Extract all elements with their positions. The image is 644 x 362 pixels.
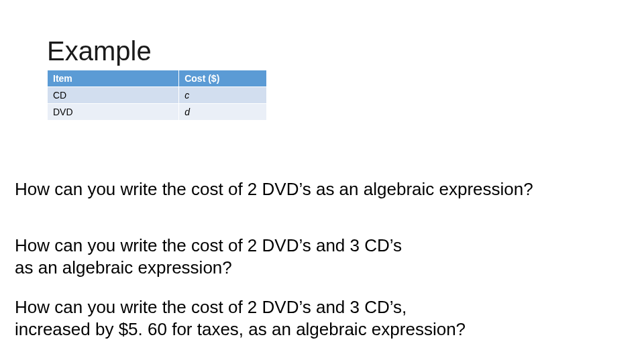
table-cell-cost: d <box>179 104 267 121</box>
cost-table: Item Cost ($) CD c DVD d <box>47 70 267 121</box>
table-cell-item: DVD <box>48 104 179 121</box>
table-cell-cost: c <box>179 87 267 104</box>
question-3: How can you write the cost of 2 DVD’s an… <box>15 296 466 340</box>
question-1: How can you write the cost of 2 DVD’s as… <box>15 178 533 200</box>
question-2-line2: as an algebraic expression? <box>15 257 232 278</box>
slide-title: Example <box>47 36 152 66</box>
table-header-cost: Cost ($) <box>179 70 267 87</box>
slide: Example Item Cost ($) CD c DVD d How can… <box>0 0 644 362</box>
table-cell-item: CD <box>48 87 179 104</box>
question-3-line2: increased by $5. 60 for taxes, as an alg… <box>15 319 466 339</box>
question-2-line1: How can you write the cost of 2 DVD’s an… <box>15 235 402 255</box>
table-header-row: Item Cost ($) <box>48 70 267 87</box>
question-3-line1: How can you write the cost of 2 DVD’s an… <box>15 297 407 317</box>
table-header-item: Item <box>48 70 179 87</box>
question-2: How can you write the cost of 2 DVD’s an… <box>15 235 402 278</box>
table-row: DVD d <box>48 104 267 121</box>
table-row: CD c <box>48 87 267 104</box>
